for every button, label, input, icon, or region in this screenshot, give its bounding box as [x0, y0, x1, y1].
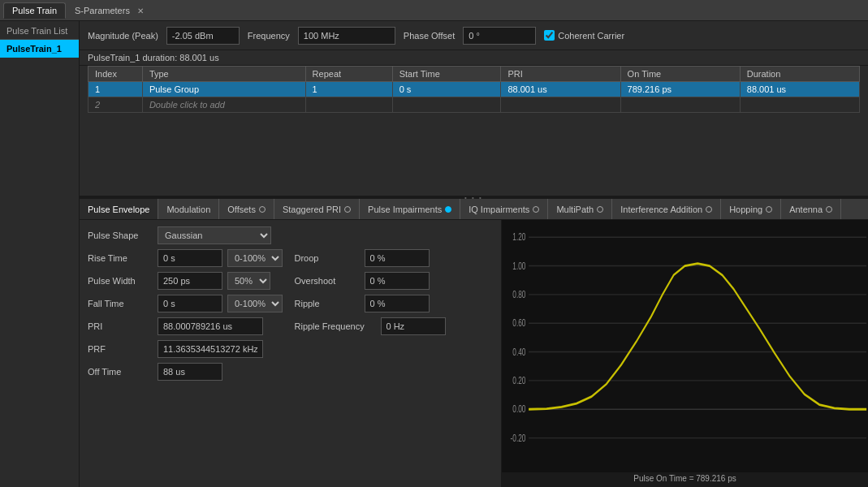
frequency-input[interactable]: [298, 27, 395, 45]
rise-time-label: Rise Time: [88, 253, 153, 263]
pulse-width-input[interactable]: [158, 272, 222, 290]
table-cell: 789.216 ps: [620, 82, 740, 97]
table-cell: 1: [89, 82, 143, 97]
bottom-tab-label: IQ Impairments: [469, 205, 529, 214]
ripple-freq-row: Ripple Frequency: [295, 317, 494, 335]
droop-label: Droop: [295, 253, 360, 263]
params-right-col: Droop Overshoot Ripple: [295, 249, 494, 381]
sidebar-item-pulsetrain1[interactable]: PulseTrain_1: [0, 40, 79, 58]
tab-dot-icon: [533, 206, 539, 213]
prf-input[interactable]: [158, 340, 263, 358]
bottom-tab-antenna[interactable]: Antenna: [781, 199, 841, 219]
table-cell: [392, 97, 501, 113]
table-header-row: Index Type Repeat Start Time PRI On Time…: [89, 67, 860, 82]
ripple-label: Ripple: [295, 299, 360, 308]
pulse-shape-row: Pulse Shape Gaussian Rectangular Raised …: [88, 226, 493, 244]
duration-text: PulseTrain_1 duration: 88.001 us: [80, 50, 868, 66]
bottom-tab-hopping[interactable]: Hopping: [721, 199, 781, 219]
table-cell: 2: [89, 97, 143, 113]
overshoot-row: Overshoot: [295, 272, 494, 290]
pulse-shape-select[interactable]: Gaussian Rectangular Raised Cosine: [158, 226, 271, 244]
bottom-tab-modulation[interactable]: Modulation: [158, 199, 219, 219]
tab-dot-icon: [706, 206, 712, 213]
close-sparameters-icon[interactable]: ✕: [137, 6, 144, 15]
svg-text:1.20: 1.20: [512, 231, 525, 243]
bottom-content: Pulse Shape Gaussian Rectangular Raised …: [80, 220, 868, 487]
pulse-width-pct-select[interactable]: 50%: [227, 272, 270, 290]
bottom-tab-offsets[interactable]: Offsets: [219, 199, 274, 219]
bottom-tab-multipath[interactable]: MultiPath: [548, 199, 612, 219]
svg-text:-0.20: -0.20: [511, 432, 526, 443]
rise-time-row: Rise Time 0-100%: [88, 249, 287, 267]
table-cell: Double click to add: [142, 97, 305, 113]
sidebar-title: Pulse Train List: [0, 21, 79, 40]
tab-dot-icon: [344, 206, 351, 213]
tab-sparameters[interactable]: S-Parameters ✕: [66, 2, 153, 19]
table-row[interactable]: 1Pulse Group10 s88.001 us789.216 ps88.00…: [89, 82, 860, 97]
droop-input[interactable]: [365, 249, 430, 267]
phase-offset-label: Phase Offset: [404, 31, 455, 41]
pulse-table-area: Index Type Repeat Start Time PRI On Time…: [80, 66, 868, 196]
content-area: Magnitude (Peak) Frequency Phase Offset …: [80, 21, 868, 487]
params-panel: Pulse Shape Gaussian Rectangular Raised …: [80, 220, 502, 487]
params-left-col: Rise Time 0-100% Pulse Width: [88, 249, 287, 381]
fall-time-row: Fall Time 0-100%: [88, 295, 287, 312]
prf-label: PRF: [88, 344, 153, 354]
bottom-tab-label: Pulse Envelope: [88, 205, 149, 214]
bottom-tab-staggered-pri[interactable]: Staggered PRI: [274, 199, 360, 219]
tab-dot-icon: [445, 206, 451, 213]
table-cell: 88.001 us: [501, 82, 620, 97]
pulse-table: Index Type Repeat Start Time PRI On Time…: [88, 66, 860, 113]
envelope-chart: 1.20 1.00 0.80 0.60 0.40 0.20 0.00 -0.20: [502, 220, 868, 472]
magnitude-input[interactable]: [166, 27, 240, 45]
table-cell: [740, 97, 859, 113]
off-time-row: Off Time: [88, 363, 287, 381]
off-time-label: Off Time: [88, 367, 153, 377]
bottom-tab-label: Offsets: [227, 205, 256, 214]
fall-time-input[interactable]: [158, 295, 222, 312]
ripple-freq-input[interactable]: [381, 317, 446, 335]
tab-pulse-train[interactable]: Pulse Train: [3, 2, 66, 19]
phase-offset-input[interactable]: [463, 27, 536, 45]
sidebar: Pulse Train List PulseTrain_1: [0, 21, 80, 487]
bottom-tabs: Pulse EnvelopeModulationOffsetsStaggered…: [80, 199, 868, 220]
pulse-shape-label: Pulse Shape: [88, 231, 153, 240]
chart-canvas: 1.20 1.00 0.80 0.60 0.40 0.20 0.00 -0.20: [502, 220, 868, 472]
table-cell: [501, 97, 620, 113]
gaussian-curve: [529, 264, 866, 410]
coherent-carrier-checkbox[interactable]: [544, 30, 555, 41]
ripple-row: Ripple: [295, 295, 494, 312]
overshoot-input[interactable]: [365, 272, 430, 290]
fall-time-pct-select[interactable]: 0-100%: [227, 295, 283, 312]
coherent-carrier-label[interactable]: Coherent Carrier: [544, 30, 624, 41]
pri-input[interactable]: [158, 317, 263, 335]
pri-row: PRI: [88, 317, 287, 335]
svg-text:0.80: 0.80: [512, 288, 525, 300]
rise-time-input[interactable]: [158, 249, 222, 267]
tab-dot-icon: [597, 206, 603, 213]
chart-footer: Pulse On Time = 789.216 ps: [502, 472, 868, 487]
params-grid: Rise Time 0-100% Pulse Width: [88, 249, 493, 381]
ripple-input[interactable]: [365, 295, 430, 312]
col-type: Type: [142, 67, 305, 82]
bottom-tab-label: Modulation: [166, 205, 210, 214]
bottom-tab-pulse-impairments[interactable]: Pulse Impairments: [360, 199, 460, 219]
table-cell: Pulse Group: [142, 82, 305, 97]
off-time-input[interactable]: [158, 363, 222, 381]
table-row[interactable]: 2Double click to add: [89, 97, 860, 113]
droop-row: Droop: [295, 249, 494, 267]
bottom-tab-label: Hopping: [729, 205, 762, 214]
col-on-time: On Time: [620, 67, 740, 82]
prf-row: PRF: [88, 340, 287, 358]
bottom-tab-interference-addition[interactable]: Interference Addition: [612, 199, 721, 219]
ripple-freq-label: Ripple Frequency: [295, 321, 376, 331]
chart-area: 1.20 1.00 0.80 0.60 0.40 0.20 0.00 -0.20: [502, 220, 868, 487]
rise-time-pct-select[interactable]: 0-100%: [227, 249, 283, 267]
main-area: Pulse Train List PulseTrain_1 Magnitude …: [0, 21, 868, 487]
bottom-tab-iq-impairments[interactable]: IQ Impairments: [460, 199, 548, 219]
bottom-tab-pulse-envelope[interactable]: Pulse Envelope: [80, 199, 158, 219]
magnitude-label: Magnitude (Peak): [88, 31, 158, 41]
fall-time-label: Fall Time: [88, 299, 153, 308]
pulse-width-row: Pulse Width 50%: [88, 272, 287, 290]
bottom-section: Pulse EnvelopeModulationOffsetsStaggered…: [80, 199, 868, 487]
